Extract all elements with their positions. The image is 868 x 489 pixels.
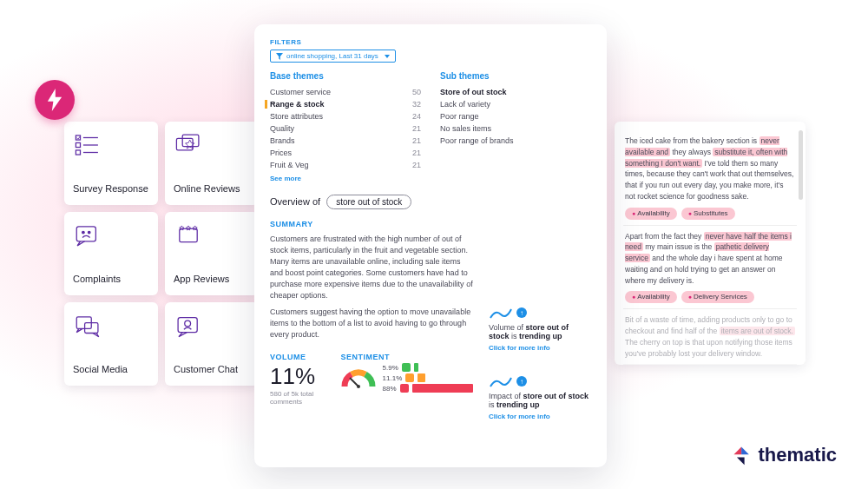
scrollbar[interactable] [799, 130, 803, 200]
theme-name: Store attributes [270, 112, 338, 121]
summary-p2: Customers suggest having the option to m… [270, 307, 473, 340]
theme-name: Store of out stock [440, 88, 520, 96]
see-more-link[interactable]: See more [270, 175, 421, 182]
sentiment-row: 5.9% [383, 363, 473, 372]
review-tag[interactable]: Availability [625, 291, 677, 303]
base-theme-row[interactable]: Fruit & Veg21 [270, 161, 421, 169]
source-chat[interactable]: Customer Chat [165, 302, 259, 386]
analysis-panel: FILTERS online shopping, Last 31 days Ba… [254, 24, 607, 467]
theme-value: 21 [404, 149, 421, 157]
svg-line-17 [350, 378, 358, 387]
complaints-icon [73, 222, 102, 248]
sentiment-bar [418, 373, 425, 382]
volume-label: VOLUME [270, 353, 322, 361]
lightning-badge [35, 80, 75, 120]
theme-name: Poor range [440, 112, 520, 121]
source-label: Complaints [73, 274, 149, 285]
source-survey[interactable]: Survey Response [64, 122, 158, 205]
base-theme-row[interactable]: Brands21 [270, 136, 421, 145]
chat-icon [174, 313, 203, 339]
sentiment-swatch [400, 384, 409, 393]
sentiment-pct: 88% [383, 385, 397, 393]
sentiment-block: SENTIMENT 5.9%11.1%88% [341, 353, 473, 393]
filter-text: online shopping, Last 31 days [286, 52, 378, 60]
base-themes-title: Base themes [270, 71, 421, 81]
overview-prefix: Overview of [270, 196, 320, 207]
survey-icon [73, 132, 102, 158]
social-icon [73, 313, 102, 339]
reviews-icon [174, 132, 203, 158]
sentiment-swatch [402, 363, 411, 372]
review-item[interactable]: The iced cake from the bakery section is… [623, 130, 797, 226]
theme-value: 21 [404, 136, 421, 145]
base-theme-row[interactable]: Customer service50 [270, 88, 421, 96]
spark-icon [489, 374, 513, 388]
impact-trend-text: Impact of store out of stock is trending… [489, 392, 591, 409]
sentiment-pct: 5.9% [383, 364, 398, 372]
theme-name: Fruit & Veg [270, 161, 338, 169]
base-theme-row[interactable]: Store attributes24 [270, 112, 421, 121]
theme-name: Customer service [270, 88, 338, 96]
brand-logo: thematic [731, 444, 837, 466]
source-grid: Survey Response Online Reviews Complaint… [64, 122, 259, 386]
source-online-reviews[interactable]: Online Reviews [165, 122, 259, 205]
sentiment-bar [412, 384, 473, 393]
base-themes-column: Base themes Customer service50Range & st… [270, 71, 421, 182]
volume-value: 11% [270, 363, 322, 390]
theme-name: Prices [270, 149, 338, 157]
source-social[interactable]: Social Media [64, 302, 158, 386]
source-app-reviews[interactable]: App Reviews [165, 212, 259, 295]
svg-rect-14 [178, 318, 197, 333]
filters-label: FILTERS [270, 38, 591, 46]
spark-icon [489, 306, 513, 320]
summary-label: SUMMARY [270, 220, 473, 228]
theme-name: Range & stock [270, 100, 338, 109]
volume-trend-text: Volume of store out of stock is trending… [489, 323, 591, 340]
svg-rect-11 [180, 228, 197, 241]
source-label: App Reviews [174, 274, 250, 285]
sub-theme-row[interactable]: No sales items [440, 124, 591, 133]
sentiment-bar [414, 363, 418, 372]
svg-point-10 [88, 231, 90, 234]
sub-theme-row[interactable]: Lack of variety [440, 100, 591, 109]
summary-p1: Customers are frustrated with the high n… [270, 234, 473, 301]
theme-value: 50 [404, 88, 421, 96]
filter-pill[interactable]: online shopping, Last 31 days [270, 50, 396, 63]
sentiment-pct: 11.1% [383, 374, 403, 382]
overview-line: Overview of store out of stock [270, 195, 591, 209]
info-link[interactable]: Click for more info [489, 413, 591, 420]
impact-trend-block: ↑ Impact of store out of stock is trendi… [489, 374, 591, 420]
base-theme-row[interactable]: Prices21 [270, 149, 421, 157]
chevron-down-icon [385, 55, 390, 58]
theme-name: No sales items [440, 124, 520, 133]
app-reviews-icon [174, 222, 203, 248]
brand-name: thematic [759, 444, 837, 466]
overview-chip[interactable]: store out of stock [326, 195, 411, 209]
base-theme-row[interactable]: Quality21 [270, 124, 421, 133]
sub-themes-column: Sub themes Store of out stockLack of var… [440, 71, 591, 182]
theme-name: Brands [270, 136, 338, 145]
review-item[interactable]: Bit of a waste of time, adding products … [623, 309, 797, 365]
info-link[interactable]: Click for more info [489, 344, 591, 352]
reviews-panel: The iced cake from the bakery section is… [615, 122, 806, 365]
volume-block: VOLUME 11% 580 of 5k total comments [270, 353, 322, 406]
theme-value: 21 [404, 124, 421, 133]
review-tag[interactable]: Availability [625, 208, 677, 220]
theme-value: 32 [404, 100, 421, 109]
svg-rect-8 [76, 227, 95, 241]
source-label: Online Reviews [174, 183, 250, 195]
svg-rect-2 [76, 142, 80, 147]
review-tag[interactable]: Delivery Services [681, 291, 754, 303]
sub-theme-row[interactable]: Store of out stock [440, 88, 591, 96]
sub-theme-row[interactable]: Poor range [440, 112, 591, 121]
theme-name: Lack of variety [440, 100, 520, 109]
review-tag[interactable]: Substitutes [681, 208, 735, 220]
svg-point-15 [185, 320, 191, 327]
source-complaints[interactable]: Complaints [64, 212, 158, 295]
up-arrow-icon: ↑ [516, 376, 527, 387]
volume-sub: 580 of 5k total comments [270, 390, 322, 406]
review-item[interactable]: Apart from the fact they never have half… [623, 226, 797, 310]
base-theme-row[interactable]: Range & stock32 [265, 100, 421, 109]
sub-theme-row[interactable]: Poor range of brands [440, 136, 591, 145]
source-label: Customer Chat [174, 364, 250, 375]
